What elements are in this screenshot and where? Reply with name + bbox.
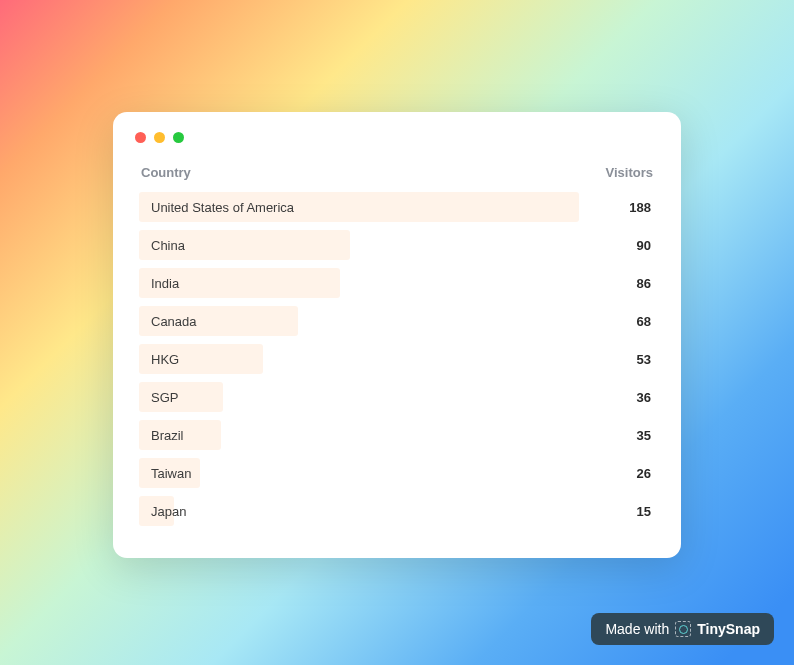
table-row: United States of America188 — [139, 192, 655, 222]
table-row: HKG53 — [139, 344, 655, 374]
watermark-badge[interactable]: Made with TinySnap — [591, 613, 774, 645]
table-row: Taiwan26 — [139, 458, 655, 488]
bar-label: United States of America — [139, 200, 629, 215]
table-row: Brazil35 — [139, 420, 655, 450]
table-row: SGP36 — [139, 382, 655, 412]
bar-value: 36 — [637, 390, 655, 405]
bar-value: 90 — [637, 238, 655, 253]
bar-value: 35 — [637, 428, 655, 443]
header-country: Country — [141, 165, 191, 180]
bar-value: 86 — [637, 276, 655, 291]
table-row: Canada68 — [139, 306, 655, 336]
close-icon[interactable] — [135, 132, 146, 143]
bar-label: Canada — [139, 314, 637, 329]
table-row: India86 — [139, 268, 655, 298]
bar-value: 68 — [637, 314, 655, 329]
bar-label: Brazil — [139, 428, 637, 443]
watermark-brand: TinySnap — [697, 621, 760, 637]
minimize-icon[interactable] — [154, 132, 165, 143]
table-row: Japan15 — [139, 496, 655, 526]
bar-value: 15 — [637, 504, 655, 519]
maximize-icon[interactable] — [173, 132, 184, 143]
table-header: Country Visitors — [139, 165, 655, 180]
header-visitors: Visitors — [606, 165, 653, 180]
bar-label: HKG — [139, 352, 637, 367]
bar-chart: United States of America188China90India8… — [139, 192, 655, 526]
table-row: China90 — [139, 230, 655, 260]
watermark-prefix: Made with — [605, 621, 669, 637]
bar-value: 26 — [637, 466, 655, 481]
bar-value: 188 — [629, 200, 655, 215]
window-controls — [135, 132, 655, 143]
bar-label: Japan — [139, 504, 637, 519]
bar-label: SGP — [139, 390, 637, 405]
chart-window: Country Visitors United States of Americ… — [113, 112, 681, 558]
bar-label: India — [139, 276, 637, 291]
bar-value: 53 — [637, 352, 655, 367]
tinysnap-icon — [675, 621, 691, 637]
bar-label: Taiwan — [139, 466, 637, 481]
bar-label: China — [139, 238, 637, 253]
